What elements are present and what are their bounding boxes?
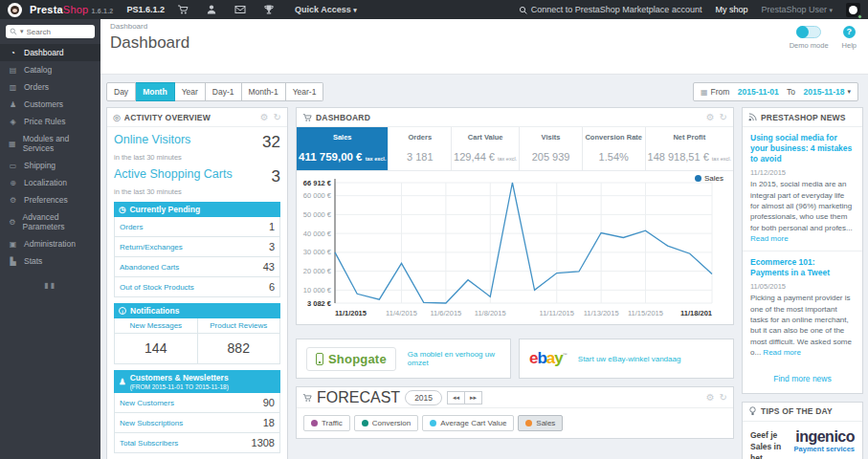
gear-icon[interactable]: ⚙ xyxy=(260,113,269,122)
total-subscribers-link[interactable]: Total Subscribers xyxy=(120,439,178,448)
refresh-icon[interactable]: ↻ xyxy=(720,113,727,122)
refresh-icon[interactable]: ↻ xyxy=(274,113,281,122)
sidebar-item-advanced-parameters[interactable]: ⚙Advanced Parameters xyxy=(0,208,100,235)
user-menu[interactable]: PrestaShop User ▾ xyxy=(761,5,833,14)
news-article: Ecommerce 101: Payments in a Tweet 11/05… xyxy=(743,251,862,364)
forward-button[interactable]: ▸▸ xyxy=(465,391,482,404)
sidebar-item-dashboard[interactable]: ◔Dashboard xyxy=(0,44,100,61)
dashboard-panel: DASHBOARD ⚙↻ Sales 411 759,00 € tax excl… xyxy=(296,107,734,325)
dashboard-panel-header: DASHBOARD ⚙↻ xyxy=(297,108,733,127)
sidebar-item-preferences[interactable]: ⚙Preferences xyxy=(0,191,100,208)
modules-icon: ▦ xyxy=(8,140,17,148)
gears-icon: ⚙ xyxy=(8,218,17,227)
news-article-title-link[interactable]: Using social media for your business: 4 … xyxy=(750,133,855,164)
sidebar-item-catalog[interactable]: ▤Catalog xyxy=(0,61,100,78)
svg-text:20 000 €: 20 000 € xyxy=(303,267,332,275)
total-subscribers-value: 1308 xyxy=(252,437,275,448)
sidebar-item-price-rules[interactable]: ◈Price Rules xyxy=(0,113,100,130)
abandoned-carts-link[interactable]: Abandoned Carts xyxy=(120,263,179,272)
shopgate-link[interactable]: Ga mobiel en verhoog uw omzet xyxy=(408,350,501,367)
demo-mode-toggle[interactable] xyxy=(796,26,821,38)
ingenico-logo[interactable]: ingenico Payment services xyxy=(794,429,855,453)
period-year-1-button[interactable]: Year-1 xyxy=(286,82,324,101)
chart-legend[interactable]: Sales xyxy=(695,174,723,183)
out-of-stock-link[interactable]: Out of Stock Products xyxy=(120,283,194,292)
active-carts-link[interactable]: Active Shopping Carts xyxy=(114,167,233,181)
svg-text:11/6/2015: 11/6/2015 xyxy=(430,309,461,317)
sidebar-item-customers[interactable]: ♟Customers xyxy=(0,96,100,113)
sales-chart-svg: 11/1/201511/4/201511/6/201511/8/201511/1… xyxy=(297,173,725,322)
pending-row-returns: Return/Exchanges3 xyxy=(114,237,280,257)
prestashop-logo-icon[interactable] xyxy=(8,3,22,17)
svg-text:11/15/2015: 11/15/2015 xyxy=(628,309,663,317)
period-year-button[interactable]: Year xyxy=(175,82,206,101)
forecast-legend-conversion[interactable]: Conversion xyxy=(354,415,418,431)
activity-overview-panel: ◎ ACTIVITY OVERVIEW ⚙↻ Online Visitors 3… xyxy=(106,107,288,459)
period-month-button[interactable]: Month xyxy=(136,82,175,101)
help-icon[interactable]: ? xyxy=(843,26,856,38)
sidebar-item-label: Modules and Services xyxy=(23,134,93,153)
kpi-visits[interactable]: Visits 205 939 xyxy=(520,127,583,170)
notifications-table: New Messages 144 Product Reviews 882 xyxy=(114,318,280,364)
sidebar-item-stats[interactable]: ▙Stats xyxy=(0,252,100,270)
sidebar-item-label: Dashboard xyxy=(24,48,64,57)
search-input[interactable] xyxy=(27,28,82,36)
marketplace-link[interactable]: Connect to PrestaShop Marketplace accoun… xyxy=(519,5,702,14)
find-more-news-link[interactable]: Find more news xyxy=(743,365,862,393)
sidebar-item-orders[interactable]: ▥Orders xyxy=(0,78,100,96)
forecast-panel-header: FORECAST 2015 ◂◂ ▸▸ ⚙↻ xyxy=(297,387,733,408)
sidebar-collapse-button[interactable]: ▮▮ xyxy=(0,281,100,290)
cart-icon[interactable] xyxy=(172,0,193,19)
sidebar-item-shipping[interactable]: ▭Shipping xyxy=(0,157,100,174)
news-article-title-link[interactable]: Ecommerce 101: Payments in a Tweet xyxy=(750,257,855,278)
dashboard-content: ◎ ACTIVITY OVERVIEW ⚙↻ Online Visitors 3… xyxy=(100,101,868,459)
date-range-picker[interactable]: ▦ From 2015-11-01 To 2015-11-18 ▾ xyxy=(693,82,858,101)
kpi-cart-value[interactable]: Cart Value 129,44 € tax excl. xyxy=(452,127,520,170)
backward-button[interactable]: ◂◂ xyxy=(447,391,465,404)
quick-access-menu[interactable]: Quick Access ▾ xyxy=(295,5,357,14)
sales-chart: Sales 11/1/201511/4/201511/6/201511/8/20… xyxy=(297,171,733,324)
new-subscriptions-link[interactable]: New Subscriptions xyxy=(120,419,183,427)
demo-mode-label: Demo mode xyxy=(790,41,829,50)
kpi-row: Sales 411 759,00 € tax excl. Orders 3 18… xyxy=(297,127,733,171)
search-scope-caret[interactable]: ▾ xyxy=(20,28,24,35)
gear-icon[interactable]: ⚙ xyxy=(706,393,715,403)
read-more-link[interactable]: Read more xyxy=(750,234,789,243)
kpi-net-profit[interactable]: Net Profit 148 918,51 € tax excl. xyxy=(646,127,733,170)
trophy-icon[interactable] xyxy=(258,0,279,19)
gear-icon[interactable]: ⚙ xyxy=(706,113,715,122)
new-subscriptions-row: New Subscriptions18 xyxy=(114,413,280,433)
sidebar-item-modules[interactable]: ▦Modules and Services xyxy=(0,130,100,157)
kpi-orders[interactable]: Orders 3 181 xyxy=(389,127,452,170)
sidebar-search[interactable]: ▾ xyxy=(6,25,95,38)
product-reviews-link[interactable]: Product Reviews xyxy=(198,318,280,334)
online-visitors-link[interactable]: Online Visitors xyxy=(114,133,190,146)
chevron-down-icon: ▾ xyxy=(847,88,851,96)
forecast-legend-average-cart-value[interactable]: Average Cart Value xyxy=(422,415,514,431)
messages-icon[interactable] xyxy=(230,0,251,19)
forecast-legend-traffic[interactable]: Traffic xyxy=(303,415,350,431)
new-customers-link[interactable]: New Customers xyxy=(120,399,174,407)
customers-icon[interactable] xyxy=(201,0,222,19)
prestashop-news-panel: PRESTASHOP NEWS Using social media for y… xyxy=(742,107,863,394)
read-more-link[interactable]: Read more xyxy=(763,348,801,357)
forecast-legend-sales[interactable]: Sales xyxy=(518,415,563,431)
date-to: 2015-11-18 xyxy=(803,87,844,97)
avatar[interactable] xyxy=(846,3,860,17)
period-day-button[interactable]: Day xyxy=(106,82,136,101)
pending-returns-link[interactable]: Return/Exchanges xyxy=(120,243,183,251)
refresh-icon[interactable]: ↻ xyxy=(720,393,727,403)
period-day-1-button[interactable]: Day-1 xyxy=(206,82,242,101)
my-shop-link[interactable]: My shop xyxy=(715,5,747,14)
kpi-conversion-rate[interactable]: Conversion Rate 1.54% xyxy=(583,127,646,170)
kpi-sales[interactable]: Sales 411 759,00 € tax excl. xyxy=(297,127,389,170)
new-messages-link[interactable]: New Messages xyxy=(115,318,197,334)
ebay-link[interactable]: Start uw eBay-winkel vandaag xyxy=(578,355,681,363)
period-month-1-button[interactable]: Month-1 xyxy=(242,82,286,101)
top-bar: PrestaShop 1.6.1.2 PS1.6.1.2 Quick Acces… xyxy=(0,0,868,19)
svg-text:50 000 €: 50 000 € xyxy=(303,210,332,219)
product-reviews-value: 882 xyxy=(198,334,280,363)
sidebar-item-administration[interactable]: ▣Administration xyxy=(0,235,100,252)
pending-orders-link[interactable]: Orders xyxy=(120,223,143,231)
sidebar-item-localization[interactable]: ⊕Localization xyxy=(0,174,100,191)
